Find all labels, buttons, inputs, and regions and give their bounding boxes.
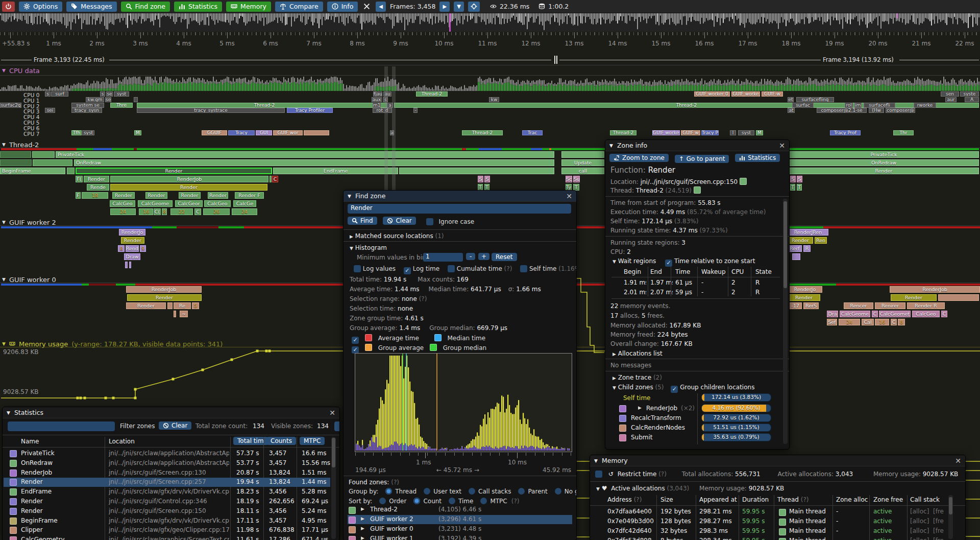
alloc-callstack-free[interactable]: [fre [933, 518, 948, 525]
cpu-zone-chip[interactable]: syst [114, 91, 129, 97]
column-total-time[interactable]: Total tim [233, 437, 268, 445]
group-by-option[interactable]: Parent [528, 488, 547, 495]
cpu-zone-chip[interactable]: GUIF wor [273, 130, 303, 135]
zone-chip[interactable]: Render [112, 192, 135, 199]
zone-chip[interactable]: RerS [803, 302, 819, 309]
frames-overview-strip[interactable] [0, 13, 980, 32]
more-button[interactable] [334, 421, 340, 431]
wait-regions-header[interactable]: ▼ Wait regions Time relative to zone sta… [612, 257, 755, 267]
zone-chip[interactable]: Render [84, 176, 109, 182]
zone-chip[interactable]: 22 [170, 208, 193, 215]
zone-chip[interactable]: CalcGe [233, 200, 256, 207]
zone-chip[interactable]: RenderJob [890, 286, 980, 293]
zone-chip[interactable]: OnRedraw [74, 159, 554, 166]
zone-thread[interactable]: Thread-2 [636, 187, 664, 194]
alloc-callstack-alloc[interactable]: [alloc] [910, 527, 933, 534]
statistics-window-titlebar[interactable]: ▼ Statistics ✕ [3, 407, 339, 418]
zone-chip[interactable] [125, 262, 128, 268]
cpu-zone-chip[interactable]: rworke [914, 103, 936, 108]
cpu-zone-chip[interactable]: (Hw [869, 108, 884, 113]
zone-chip[interactable] [938, 294, 979, 301]
zone-chip[interactable] [167, 302, 173, 309]
cpu-zone-chip[interactable] [134, 97, 138, 102]
sort-by-option[interactable]: Count [423, 498, 442, 505]
zone-chip[interactable]: 18 [82, 192, 108, 199]
collapse-triangle-icon[interactable]: ▼ [609, 143, 613, 148]
cpu-zone-chip[interactable]: syste [960, 91, 979, 97]
zone-chip[interactable]: Rerf [788, 245, 802, 252]
zone-chip[interactable]: Re [174, 302, 191, 309]
cpu-zone-chip[interactable]: surfacefling [796, 97, 834, 102]
zone-chip[interactable]: T [797, 184, 802, 191]
group-by-radio[interactable] [518, 488, 525, 495]
zone-chip[interactable]: RenderJob [110, 176, 268, 182]
alloc-address[interactable]: 0x7dfc53d898 [607, 537, 655, 540]
zone-chip[interactable]: 26 [203, 208, 230, 215]
go-to-parent-button[interactable]: ↑ Go to parent [675, 155, 729, 163]
zone-chip[interactable]: 24 [110, 208, 136, 215]
statistics-row[interactable]: OnRedrawjni/../jni/src/claw/application/… [4, 459, 330, 468]
matched-source-locations[interactable]: ▶ Matched source locations (1) [350, 232, 444, 240]
zone-chip[interactable]: Renirer [875, 302, 905, 309]
cpu-zone-chip[interactable]: Thread-2 [137, 103, 392, 108]
zone-chip[interactable]: Rend [126, 245, 139, 252]
zone-chip[interactable]: Rencer [844, 302, 873, 309]
statistics-button[interactable]: Statistics [174, 2, 222, 12]
zone-chip[interactable]: C [272, 176, 278, 182]
alloc-callstack-free[interactable]: [fre [933, 527, 948, 534]
zone-chip[interactable]: Dra [827, 311, 838, 317]
zone-chip[interactable]: OnRedraw [789, 159, 979, 166]
zone-chip[interactable]: Sc [566, 176, 572, 182]
cpu-zone-chip[interactable]: l [730, 130, 736, 135]
alloc-callstack-alloc[interactable]: [alloc] [910, 518, 933, 525]
column-location[interactable]: Location [109, 438, 135, 445]
zone-chip[interactable]: C [941, 311, 947, 317]
zone-chip[interactable]: Render [179, 192, 201, 199]
allocation-row[interactable]: 0x7dfaa64e00192 bytes298.21 ms59.95 sMai… [590, 508, 947, 517]
sort-by-option[interactable]: Time [458, 498, 473, 505]
cpu-zone-chip[interactable]: im [854, 103, 862, 108]
shutdown-button[interactable] [2, 2, 15, 12]
cpu-zone-chip[interactable]: surfac2g [0, 103, 21, 108]
zone-chip[interactable]: S [790, 176, 796, 182]
frame-menu-button[interactable]: ▼ [454, 2, 464, 12]
zone-chip[interactable]: F( [76, 176, 83, 182]
memory-window-titlebar[interactable]: ▼ Memory ✕ [590, 455, 965, 466]
statistics-scrollbar[interactable] [331, 437, 336, 539]
histogram-section-header[interactable]: ▼ Histogram [350, 244, 387, 251]
cpu-zone-chip[interactable]: M [134, 130, 141, 135]
sort-by-radio[interactable] [449, 498, 455, 504]
close-icon[interactable]: ✕ [779, 142, 785, 149]
find-zone-query-input[interactable]: Render [348, 204, 571, 214]
cpu-zone-chip[interactable]: m1 [373, 103, 381, 108]
decrement-button[interactable]: - [466, 253, 475, 260]
options-button[interactable]: Options [19, 2, 62, 12]
allocation-row[interactable]: 0x7e049b3d00128 bytes298.27 ms59.95 sMai… [590, 518, 947, 527]
alloc-address[interactable]: 0x7dfc42d640 [607, 527, 655, 534]
cpu-zone-chip[interactable]: GUIF w [681, 130, 700, 135]
expand-triangle-icon[interactable]: ▶ [361, 516, 367, 521]
cpu-zone-chip[interactable]: composer@ [886, 108, 915, 113]
cpu-zone-chip[interactable]: syst [82, 130, 94, 135]
cpu-zone-chip[interactable]: Thread-2 [416, 91, 448, 97]
zone-chip[interactable]: Render [789, 168, 979, 174]
group-by-radio[interactable] [424, 488, 430, 495]
found-zone-group-row[interactable]: ▶Thread-2(4,105) 6.46 s [348, 505, 572, 514]
zone-chip[interactable]: CalcGeomet [879, 311, 911, 317]
goto-frame-button[interactable] [468, 2, 480, 12]
close-icon[interactable]: ✕ [566, 193, 572, 200]
zone-chip[interactable]: Render [145, 192, 167, 199]
zone-chip[interactable]: CalcGeo [204, 200, 231, 207]
min-bin-input[interactable]: 1 [423, 253, 463, 262]
clear-button[interactable]: Clear [383, 217, 415, 225]
cpu-zone-chip[interactable]: GUIF-w [762, 91, 783, 97]
zone-statistics-button[interactable]: Statistics [735, 154, 780, 162]
cpu-zone-chip[interactable]: tracy_sysn [71, 108, 102, 113]
cpu-zone-chip[interactable]: surf [51, 91, 68, 97]
alloc-address[interactable]: 0x7e049b3d00 [607, 518, 655, 525]
zone-chip[interactable]: Render [76, 168, 272, 174]
expand-triangle-icon[interactable]: ▶ [361, 535, 367, 540]
zone-chip[interactable]: S [478, 176, 483, 182]
zone-chip[interactable]: Render [891, 294, 937, 301]
cpu-zone-chip[interactable] [304, 130, 329, 135]
